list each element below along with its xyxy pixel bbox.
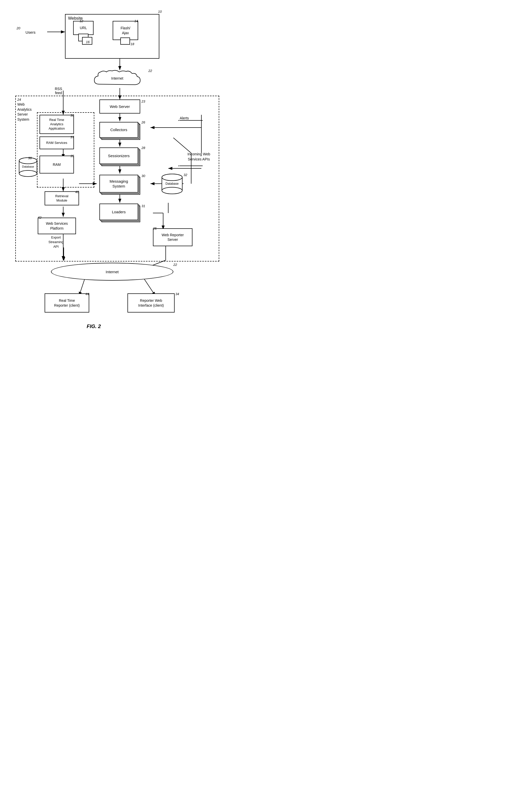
real-time-reporter-box: Real Time Reporter (client) — [44, 293, 89, 312]
url-label: URL — [80, 25, 87, 30]
ref-28: 28 — [141, 146, 145, 150]
ram-label: RAM — [53, 162, 61, 167]
ref-20: 20 — [17, 26, 20, 30]
web-services-platform-label: Web Services Platform — [46, 221, 68, 230]
web-services-platform-box: Web Services Platform — [38, 218, 76, 234]
url-box: URL — [73, 21, 94, 35]
alerts-arrow — [178, 118, 204, 123]
loaders-label: Loaders — [112, 210, 126, 215]
web-analytics-label: WebAnalyticsServerSystem — [17, 102, 41, 122]
flash-ajax-box: Flash/ Ajax — [113, 21, 138, 40]
web-reporter-server-box: Web Reporter Server — [153, 228, 192, 246]
ref-37: 37 — [70, 135, 74, 139]
real-time-reporter-label: Real Time Reporter (client) — [54, 298, 79, 307]
ref-12: 12 — [79, 19, 83, 23]
svg-point-41 — [162, 174, 182, 181]
ref-36: 36 — [70, 113, 74, 117]
loaders-stack: Loaders — [99, 204, 140, 223]
retrieval-module-label: Retrieval Module — [55, 194, 68, 203]
export-streaming-label: ExportStreamingAPI — [49, 235, 63, 249]
messaging-stack: Messaging System — [99, 175, 140, 195]
ref-42: 42 — [38, 216, 41, 219]
database-left-cylinder: Database — [18, 157, 38, 177]
retrieval-module-box: Retrieval Module — [44, 191, 79, 205]
svg-text:Database: Database — [166, 182, 179, 185]
ref-26: 26 — [141, 121, 145, 124]
ram-services-box: RAM Services — [39, 137, 74, 149]
ref-38: 38 — [28, 156, 32, 160]
website-box: Website URL 12 16 Flash/ Ajax 14 18 — [65, 14, 159, 59]
database-right-cylinder: Database — [160, 174, 184, 195]
web-reporter-server-label: Web Reporter Server — [162, 233, 184, 242]
ref-34: 34 — [175, 292, 179, 296]
diagram: 10 Website URL 12 16 Flash/ Ajax 14 18 U… — [0, 0, 229, 342]
rta-box: Real Time Analytics Application — [39, 115, 74, 134]
ref18-box — [120, 37, 130, 44]
internet-bottom-label: Internet — [106, 270, 119, 274]
reporter-web-box: Reporter Web Interface (client) — [128, 293, 175, 312]
web-server-label: Web Server — [110, 104, 130, 109]
ram-services-label: RAM Services — [46, 141, 67, 145]
rta-label: Real Time Analytics Application — [49, 118, 65, 131]
users-label: Users — [25, 30, 35, 34]
messaging-label: Messaging System — [110, 179, 128, 189]
figure-caption: FIG. 2 — [87, 324, 101, 329]
sessionizers-label: Sessionizers — [108, 153, 130, 159]
flash-ajax-label: Flash/ Ajax — [120, 26, 130, 35]
svg-text:Internet: Internet — [111, 76, 124, 80]
sessionizers-stack: Sessionizers — [99, 147, 140, 167]
ref-18: 18 — [131, 42, 134, 47]
incoming-ws-arrow — [178, 163, 204, 168]
internet-oval: Internet — [51, 263, 173, 280]
ref-14: 14 — [134, 19, 138, 23]
collectors-stack: Collectors — [99, 122, 140, 140]
ref-23: 23 — [141, 99, 145, 103]
internet-cloud: Internet — [92, 69, 148, 88]
svg-text:Database: Database — [22, 165, 34, 168]
ref-30: 30 — [141, 174, 145, 178]
ref-32: 32 — [184, 173, 187, 177]
svg-point-35 — [19, 170, 37, 177]
incoming-ws-label: Incoming WebServices APIs — [182, 152, 215, 162]
collectors-label: Collectors — [110, 127, 128, 132]
export-arrow — [60, 248, 68, 261]
ram-box: RAM — [39, 156, 74, 174]
ref-40: 40 — [75, 190, 79, 194]
reporter-web-label: Reporter Web Interface (client) — [138, 298, 164, 307]
ref-35: 35 — [70, 154, 74, 158]
ref-16: 16 — [86, 40, 90, 44]
ref-25: 25 — [153, 226, 156, 230]
rss-feed-label: RSSfeed — [55, 87, 62, 95]
ref-22-top: 22 — [148, 69, 152, 73]
ref-31: 31 — [141, 204, 145, 208]
svg-point-40 — [162, 187, 182, 194]
ref-10: 10 — [158, 10, 162, 14]
ref-24: 24 — [17, 98, 21, 102]
ref-44: 44 — [86, 292, 89, 296]
web-server-box: Web Server — [99, 99, 140, 113]
ref-22-bottom: 22 — [173, 263, 177, 267]
